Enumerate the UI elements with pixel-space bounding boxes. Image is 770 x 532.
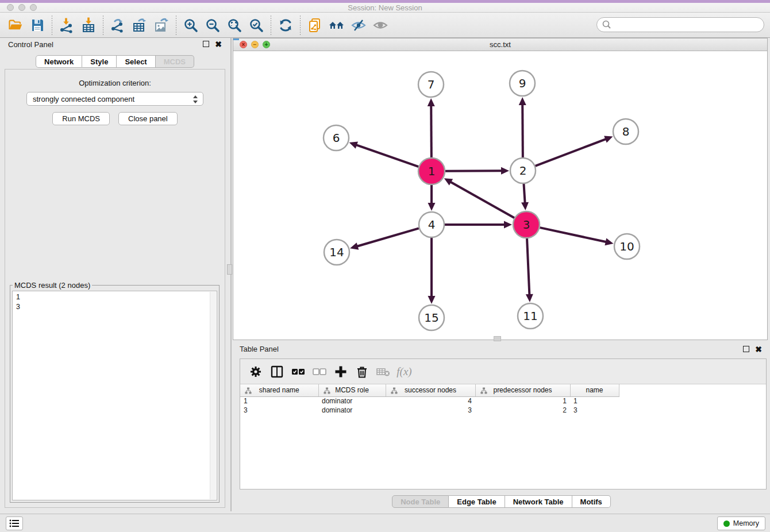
column-header-label: MCDS role — [335, 386, 369, 394]
table-panel-float-icon[interactable] — [743, 346, 749, 352]
tab-select[interactable]: Select — [117, 55, 155, 68]
column-header-predecessor-nodes[interactable]: predecessor nodes — [475, 384, 570, 396]
graph-edge-arrowhead — [604, 136, 613, 142]
tab-network-table[interactable]: Network Table — [505, 495, 572, 508]
table-panel-close-icon[interactable]: ✖ — [755, 344, 762, 354]
table-row[interactable]: 3dominator323 — [240, 406, 619, 415]
table-cell[interactable]: 3 — [570, 406, 619, 415]
tab-motifs[interactable]: Motifs — [572, 495, 611, 508]
graph-edge-3-11[interactable] — [527, 238, 529, 296]
houses-icon — [328, 17, 345, 33]
zoom-selected-button[interactable] — [245, 15, 267, 36]
delete-table-icon — [375, 364, 391, 380]
open-session-button[interactable] — [5, 15, 26, 36]
graph-node-label: 10 — [619, 240, 634, 253]
zoom-out-button[interactable] — [202, 15, 224, 36]
graph-edge-3-1[interactable] — [449, 182, 514, 218]
float-panel-icon[interactable] — [203, 41, 209, 47]
zoom-fit-icon — [226, 17, 242, 33]
search-input[interactable] — [613, 18, 764, 31]
graph-edge-4-14[interactable] — [356, 228, 419, 246]
table-panel: Table Panel ✖ — [233, 342, 770, 511]
graph-node-label: 9 — [519, 76, 526, 90]
show-panel-button[interactable] — [369, 15, 391, 36]
export-table-button[interactable] — [129, 15, 151, 36]
zoom-fit-button[interactable] — [224, 15, 245, 36]
table-cell[interactable]: 1 — [475, 396, 570, 406]
column-header-label: successor nodes — [405, 386, 456, 394]
graph-edge-arrowhead — [526, 294, 533, 302]
graph-edge-1-2[interactable] — [445, 171, 503, 171]
network-window-titlebar[interactable]: × − + scc.txt — [233, 38, 767, 51]
memory-button[interactable]: Memory — [717, 516, 765, 530]
table-cell[interactable]: dominator — [318, 396, 386, 406]
column-header-successor-nodes[interactable]: successor nodes — [386, 384, 475, 396]
delete-column-button[interactable] — [351, 361, 372, 382]
hide-panel-button[interactable] — [348, 15, 369, 36]
column-header-MCDS-role[interactable]: MCDS role — [318, 384, 386, 396]
table-cell[interactable]: 4 — [386, 396, 475, 406]
tab-edge-table[interactable]: Edge Table — [449, 495, 505, 508]
graph-edge-3-10[interactable] — [540, 228, 607, 242]
import-network-button[interactable] — [56, 15, 78, 36]
graph-edge-1-6[interactable] — [355, 145, 418, 167]
function-builder-button[interactable]: f(x) — [394, 361, 415, 382]
show-panels-menu-button[interactable] — [6, 516, 23, 530]
graph-edge-arrowhead — [519, 97, 526, 105]
export-network-button[interactable] — [107, 15, 129, 36]
select-all-button[interactable] — [287, 361, 309, 382]
tab-node-table[interactable]: Node Table — [392, 495, 449, 508]
result-scrollbar[interactable] — [210, 292, 216, 499]
close-panel-button[interactable]: Close panel — [118, 112, 178, 125]
vertical-splitter[interactable] — [230, 38, 232, 511]
refresh-button[interactable] — [275, 15, 297, 36]
mcds-result-list[interactable]: 13 — [12, 291, 217, 500]
toolbar-separator — [52, 16, 52, 35]
column-type-icon — [245, 387, 252, 394]
tab-network[interactable]: Network — [36, 55, 82, 68]
houses-button[interactable] — [326, 15, 348, 36]
mcds-result-item[interactable]: 3 — [16, 302, 213, 312]
table-settings-button[interactable] — [245, 361, 266, 382]
column-header-name[interactable]: name — [570, 384, 619, 396]
network-canvas[interactable]: 1234678910111415 — [233, 51, 767, 340]
import-table-button[interactable] — [78, 15, 99, 36]
close-panel-icon[interactable]: ✖ — [215, 39, 222, 49]
table-cell[interactable]: 3 — [240, 406, 318, 415]
table-cell[interactable]: dominator — [318, 406, 386, 415]
delete-table-button[interactable] — [372, 361, 394, 382]
graph-node-label: 2 — [519, 164, 527, 178]
graph-edge-2-9[interactable] — [522, 103, 523, 157]
split-columns-button[interactable] — [266, 361, 287, 382]
table-cell[interactable]: 3 — [386, 406, 475, 415]
graph-edge-1-7[interactable] — [431, 105, 432, 157]
main-toolbar — [0, 13, 770, 38]
graph-edge-2-3[interactable] — [523, 184, 525, 204]
optimization-criterion-dropdown[interactable]: strongly connected component — [26, 92, 203, 106]
vertical-splitter-handle[interactable] — [227, 264, 232, 275]
table-cell[interactable]: 1 — [570, 396, 619, 406]
column-header-shared-name[interactable]: shared name — [240, 384, 318, 396]
status-bar: Memory — [0, 514, 770, 532]
deselect-all-button[interactable] — [309, 361, 330, 382]
run-mcds-button[interactable]: Run MCDS — [52, 112, 110, 125]
zoom-in-button[interactable] — [180, 15, 202, 36]
graph-edge-2-8[interactable] — [536, 138, 607, 165]
export-image-button[interactable] — [151, 15, 172, 36]
mcds-result-title: MCDS result (2 nodes) — [13, 281, 92, 290]
add-column-button[interactable] — [330, 361, 351, 382]
table-cell[interactable]: 1 — [240, 396, 318, 406]
table-cell[interactable]: 2 — [475, 406, 570, 415]
search-field[interactable] — [596, 17, 764, 32]
trash-icon — [355, 364, 369, 379]
column-type-icon — [480, 387, 487, 394]
tab-mcds[interactable]: MCDS — [156, 55, 194, 68]
window-titlebar: Session: New Session — [0, 0, 770, 13]
horizontal-splitter-handle[interactable] — [494, 336, 501, 341]
mcds-result-item[interactable]: 1 — [16, 292, 213, 302]
table-toolbar: f(x) — [240, 359, 766, 384]
clone-network-button[interactable] — [304, 15, 326, 36]
tab-style[interactable]: Style — [82, 55, 117, 68]
save-session-button[interactable] — [26, 15, 48, 36]
table-row[interactable]: 1dominator411 — [240, 396, 619, 406]
